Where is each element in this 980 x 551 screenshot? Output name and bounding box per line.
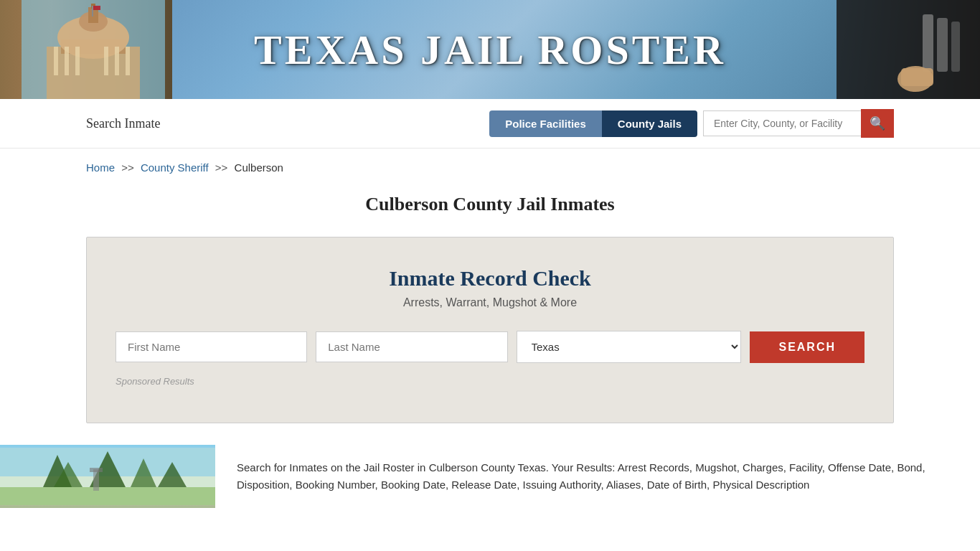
breadcrumb-sep-1: >> — [121, 161, 134, 174]
nav-search-input[interactable] — [703, 110, 861, 136]
sponsored-results-label: Sponsored Results — [116, 376, 864, 387]
search-inmate-label: Search Inmate — [86, 116, 160, 131]
svg-rect-17 — [937, 18, 948, 72]
svg-rect-9 — [75, 47, 80, 75]
keys-icon — [837, 0, 980, 99]
first-name-input[interactable] — [116, 331, 307, 362]
landscape-icon — [0, 448, 215, 505]
svg-rect-10 — [104, 47, 108, 75]
bottom-text-block: Search for Inmates on the Jail Roster in… — [215, 445, 980, 508]
bottom-image — [0, 445, 215, 508]
record-check-form: AlabamaAlaskaArizonaArkansasCaliforniaCo… — [116, 331, 864, 363]
nav-right: Police Facilities County Jails 🔍 — [489, 109, 894, 138]
record-check-subtitle: Arrests, Warrant, Mugshot & More — [116, 296, 864, 309]
county-jails-button[interactable]: County Jails — [602, 110, 697, 137]
nav-search-wrap: 🔍 — [703, 109, 894, 138]
record-check-title: Inmate Record Check — [116, 266, 864, 291]
svg-rect-29 — [93, 469, 99, 491]
state-select[interactable]: AlabamaAlaskaArizonaArkansasCaliforniaCo… — [517, 331, 742, 363]
breadcrumb-county-sheriff-link[interactable]: County Sheriff — [141, 161, 209, 174]
search-icon: 🔍 — [870, 116, 885, 131]
page-title-wrap: Culberson County Jail Inmates — [0, 181, 980, 237]
banner-title: Texas Jail Roster — [254, 26, 726, 74]
svg-rect-30 — [90, 468, 103, 472]
nav-bar: Search Inmate Police Facilities County J… — [0, 99, 980, 149]
header-banner: Texas Jail Roster — [0, 0, 980, 99]
svg-rect-20 — [901, 68, 933, 86]
police-facilities-button[interactable]: Police Facilities — [489, 110, 602, 137]
breadcrumb-home-link[interactable]: Home — [86, 161, 115, 174]
svg-rect-8 — [65, 47, 69, 75]
svg-rect-7 — [54, 47, 58, 75]
svg-rect-23 — [0, 487, 215, 505]
record-search-button[interactable]: SEARCH — [750, 331, 864, 363]
page-title: Culberson County Jail Inmates — [0, 194, 980, 215]
svg-rect-14 — [93, 6, 100, 10]
last-name-input[interactable] — [316, 331, 507, 362]
svg-rect-12 — [126, 47, 130, 75]
svg-rect-18 — [951, 22, 960, 72]
svg-rect-13 — [92, 6, 93, 17]
svg-rect-11 — [115, 47, 119, 75]
record-check-container: Inmate Record Check Arrests, Warrant, Mu… — [86, 237, 894, 423]
breadcrumb: Home >> County Sheriff >> Culberson — [0, 149, 980, 181]
nav-left: Search Inmate — [86, 116, 160, 131]
bottom-section: Search for Inmates on the Jail Roster in… — [0, 445, 980, 508]
nav-search-button[interactable]: 🔍 — [861, 109, 894, 138]
breadcrumb-sep-2: >> — [215, 161, 228, 174]
breadcrumb-current: Culberson — [235, 161, 283, 174]
svg-rect-16 — [923, 14, 933, 72]
capitol-dome-icon — [22, 0, 165, 99]
bottom-description: Search for Inmates on the Jail Roster in… — [237, 461, 925, 491]
